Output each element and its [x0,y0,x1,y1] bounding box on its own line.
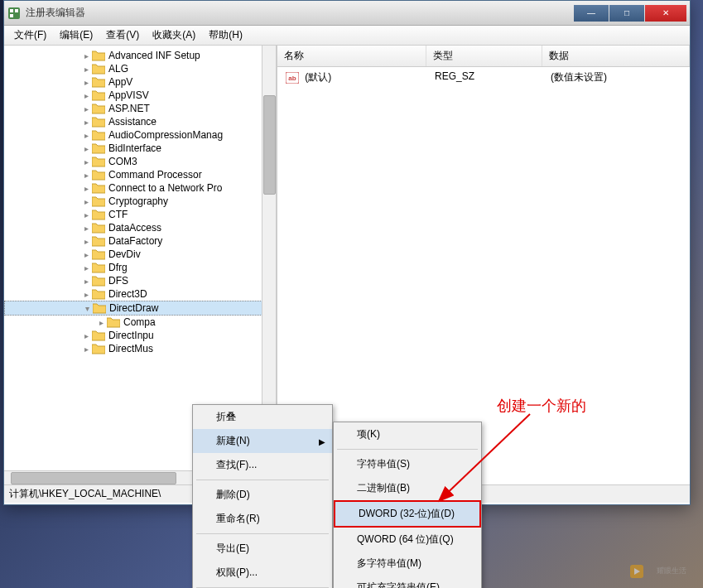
header-data[interactable]: 数据 [542,46,690,66]
folder-icon [92,129,105,141]
menu-view[interactable]: 查看(V) [99,27,146,44]
value-name: (默认) [305,71,331,83]
submenu-item[interactable]: 多字符串值(M) [334,552,481,576]
header-name[interactable]: 名称 [277,46,426,66]
tree-node[interactable]: ▸Direct3D [4,287,276,301]
tree-node[interactable]: ▸DirectMus [4,342,276,355]
expander-icon[interactable]: ▾ [81,302,93,314]
titlebar[interactable]: 注册表编辑器 — □ ✕ [4,1,690,26]
expander-icon[interactable]: ▸ [80,248,92,260]
expander-icon[interactable]: ▸ [80,89,92,101]
folder-icon [92,195,105,207]
expander-icon[interactable]: ▸ [95,316,107,328]
tree-node[interactable]: ▸Compa [4,316,276,329]
expander-icon[interactable]: ▸ [80,129,92,141]
maximize-button[interactable]: □ [609,5,644,22]
tree-node-label: Advanced INF Setup [108,50,200,61]
tree-node[interactable]: ▸Dfrg [4,261,276,274]
expander-icon[interactable]: ▸ [80,142,92,154]
expander-icon[interactable]: ▸ [80,343,92,354]
expander-icon[interactable]: ▸ [80,195,92,207]
minimize-button[interactable]: — [574,5,609,22]
context-menu-item[interactable]: 权限(P)... [193,561,332,585]
tree-node[interactable]: ▸Connect to a Network Pro [4,181,276,195]
tree-node-label: AppVISV [108,89,149,101]
tree-node[interactable]: ▾DirectDraw [4,301,276,316]
tree-node-label: Connect to a Network Pro [108,182,222,194]
tree-node[interactable]: ▸ASP.NET [4,102,276,115]
context-menu-item[interactable]: 查找(F)... [193,453,332,477]
expander-icon[interactable]: ▸ [80,182,92,194]
tree-node[interactable]: ▸DevDiv [4,248,276,261]
tree-node[interactable]: ▸Command Processor [4,168,276,181]
submenu-item[interactable]: DWORD (32-位)值(D) [334,500,481,528]
tree-node[interactable]: ▸BidInterface [4,142,276,155]
folder-icon [92,222,105,234]
header-type[interactable]: 类型 [426,46,542,66]
submenu-item[interactable]: 可扩充字符串值(E) [334,576,481,588]
tree-node[interactable]: ▸ALG [4,62,276,75]
tree-node[interactable]: ▸AudioCompressionManag [4,128,276,142]
submenu-item[interactable]: 二进制值(B) [334,476,481,500]
tree-node[interactable]: ▸DFS [4,274,276,287]
tree-node[interactable]: ▸Assistance [4,115,276,128]
context-menu-item[interactable]: 重命名(R) [193,507,332,531]
menu-edit[interactable]: 编辑(E) [53,27,99,44]
expander-icon[interactable]: ▸ [80,76,92,88]
folder-icon [92,63,105,75]
expander-icon[interactable]: ▸ [80,222,92,234]
expander-icon[interactable]: ▸ [80,169,92,181]
folder-icon [92,182,105,194]
expander-icon[interactable]: ▸ [80,116,92,128]
tree-node[interactable]: ▸COM3 [4,155,276,168]
context-menu-item[interactable]: 折叠 [193,405,332,429]
menu-help[interactable]: 帮助(H) [202,27,249,44]
tree-node[interactable]: ▸Cryptography [4,195,276,208]
tree-node[interactable]: ▸Advanced INF Setup [4,49,276,62]
folder-icon [93,302,106,314]
submenu-item[interactable]: QWORD (64 位)值(Q) [334,528,481,552]
folder-icon [92,235,105,247]
expander-icon[interactable]: ▸ [80,262,92,273]
tree-node[interactable]: ▸DataFactory [4,234,276,248]
tree-node-label: AudioCompressionManag [108,129,223,141]
tree-node[interactable]: ▸AppV [4,75,276,89]
expander-icon[interactable]: ▸ [80,50,92,61]
scroll-thumb[interactable] [11,472,176,484]
app-icon [7,7,21,20]
svg-text:耀眼生活: 耀眼生活 [657,566,686,575]
watermark: 耀眼生活 [630,563,696,581]
expander-icon[interactable]: ▸ [80,63,92,75]
tree-node-label: DFS [108,275,128,287]
expander-icon[interactable]: ▸ [80,209,92,220]
tree-node[interactable]: ▸CTF [4,208,276,221]
context-menu-item[interactable]: 导出(E) [193,537,332,561]
close-button[interactable]: ✕ [645,5,686,22]
svg-rect-1 [10,9,13,12]
tree-node-label: ASP.NET [108,103,150,114]
expander-icon[interactable]: ▸ [80,156,92,167]
folder-icon [92,248,105,260]
menu-file[interactable]: 文件(F) [7,27,53,44]
tree-node[interactable]: ▸DataAccess [4,221,276,234]
context-menu-item[interactable]: 删除(D) [193,483,332,507]
expander-icon[interactable]: ▸ [80,235,92,247]
tree-node[interactable]: ▸DirectInpu [4,329,276,342]
expander-icon[interactable]: ▸ [80,330,92,341]
svg-rect-3 [10,14,13,17]
list-item[interactable]: ab (默认) REG_SZ (数值未设置) [279,69,688,86]
tree-node-label: Direct3D [108,288,147,300]
tree-node[interactable]: ▸AppVISV [4,89,276,102]
expander-icon[interactable]: ▸ [80,288,92,300]
context-menu-item[interactable]: 新建(N)▶ [193,429,332,453]
submenu-item[interactable]: 项(K) [334,422,481,446]
submenu-item[interactable]: 字符串值(S) [334,452,481,476]
expander-icon[interactable]: ▸ [80,275,92,287]
expander-icon[interactable]: ▸ [80,103,92,114]
tree-node-label: DataAccess [108,222,161,234]
svg-text:ab: ab [288,75,296,82]
folder-icon [92,343,105,354]
scroll-thumb[interactable] [263,95,276,195]
menu-favorites[interactable]: 收藏夹(A) [146,27,202,44]
folder-icon [92,89,105,101]
